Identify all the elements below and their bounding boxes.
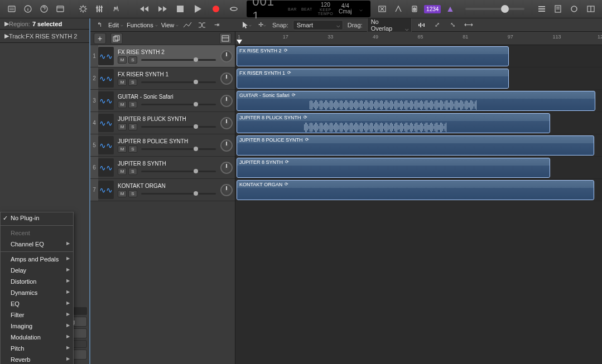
rewind-button[interactable] bbox=[136, 2, 153, 16]
track-info-bar[interactable]: ▶ Track: FX RISE SYNTH 2 bbox=[0, 30, 89, 43]
track-header[interactable]: 2 ∿∿ FX RISER SYNTH 1 M S bbox=[90, 67, 235, 90]
play-button[interactable] bbox=[190, 2, 206, 16]
pan-knob[interactable] bbox=[220, 95, 233, 107]
lcd-dropdown-icon[interactable]: ⌵ bbox=[357, 6, 365, 12]
menu-category[interactable]: EQ bbox=[1, 298, 73, 309]
mute-button[interactable]: M bbox=[118, 123, 127, 130]
menu-no-plugin[interactable]: No Plug-in bbox=[1, 212, 73, 224]
mute-button[interactable]: M bbox=[118, 190, 127, 197]
pan-knob[interactable] bbox=[220, 50, 233, 62]
volume-slider[interactable] bbox=[141, 59, 216, 61]
back-icon[interactable]: ↰ bbox=[94, 20, 105, 30]
master-volume-slider[interactable] bbox=[465, 8, 525, 10]
pan-knob[interactable] bbox=[220, 139, 233, 152]
flex-icon[interactable] bbox=[196, 20, 208, 30]
view-menu[interactable]: View⌵ bbox=[161, 22, 179, 28]
catch-icon[interactable]: ⇥ bbox=[211, 20, 222, 30]
menu-category[interactable]: Amps and Pedals bbox=[1, 254, 73, 265]
library-icon[interactable] bbox=[4, 2, 18, 16]
solo-icon[interactable]: S bbox=[408, 2, 422, 16]
waveform-zoom-icon[interactable] bbox=[416, 20, 427, 30]
mixer-icon[interactable] bbox=[93, 2, 107, 16]
pan-knob[interactable] bbox=[220, 162, 233, 174]
disclosure-icon[interactable]: ▶ bbox=[4, 32, 9, 40]
menu-category[interactable]: Pitch bbox=[1, 343, 73, 354]
track-type-icon[interactable]: ∿∿ bbox=[98, 91, 114, 110]
replace-icon[interactable] bbox=[375, 2, 389, 16]
region[interactable]: FX RISER SYNTH 1⟳ bbox=[237, 69, 509, 89]
tempo-value[interactable]: 120 bbox=[321, 2, 330, 8]
snap-select[interactable]: Smart bbox=[293, 20, 343, 30]
pan-knob[interactable] bbox=[220, 184, 233, 196]
track-type-icon[interactable]: ∿∿ bbox=[98, 181, 114, 199]
solo-button[interactable]: S bbox=[128, 190, 137, 197]
pan-knob[interactable] bbox=[220, 72, 233, 85]
track-header[interactable]: 1 ∿∿ FX RISE SYNTH 2 M S bbox=[90, 45, 235, 67]
solo-button[interactable]: S bbox=[128, 101, 137, 108]
region[interactable]: JUPITER 8 SYNTH⟳ bbox=[237, 158, 550, 178]
count-in-button[interactable]: 1234 bbox=[424, 5, 441, 13]
list-editors-icon[interactable] bbox=[534, 2, 548, 16]
solo-button[interactable]: S bbox=[128, 79, 137, 86]
tuner-icon[interactable]: ▲ bbox=[443, 2, 457, 16]
marquee-tool-icon[interactable]: ✛⌵ bbox=[257, 20, 268, 30]
track-header[interactable]: 6 ∿∿ JUPITER 8 SYNTH M S bbox=[90, 157, 235, 179]
track-type-icon[interactable]: ∿∿ bbox=[98, 69, 114, 88]
volume-slider[interactable] bbox=[141, 104, 216, 105]
solo-button[interactable]: S bbox=[128, 168, 137, 175]
browsers-icon[interactable] bbox=[584, 2, 598, 16]
region[interactable]: GUITAR - Sonic Safari⟳ bbox=[237, 91, 595, 111]
menu-category[interactable]: Reverb bbox=[1, 354, 73, 364]
zoom-slider-icon[interactable]: ⟷ bbox=[463, 20, 474, 30]
editors-icon[interactable] bbox=[109, 2, 123, 16]
inspector-icon[interactable] bbox=[21, 2, 35, 16]
solo-button[interactable]: S bbox=[128, 56, 137, 64]
volume-slider[interactable] bbox=[141, 171, 216, 172]
global-tracks-button[interactable] bbox=[219, 33, 232, 44]
edit-menu[interactable]: Edit⌵ bbox=[108, 22, 123, 28]
mute-button[interactable]: M bbox=[118, 168, 127, 175]
track-header[interactable]: 4 ∿∿ JUPITER 8 PLUCK SYNTH M S bbox=[90, 112, 235, 134]
toolbar-toggle-icon[interactable] bbox=[54, 2, 68, 16]
menu-category[interactable]: Delay bbox=[1, 265, 73, 276]
region-info-bar[interactable]: ▶ Region: 7 selected bbox=[0, 18, 89, 30]
track-header[interactable]: 5 ∿∿ JUPITER 8 POLICE SYNTH M S bbox=[90, 134, 235, 157]
menu-channel-eq[interactable]: Channel EQ bbox=[1, 239, 73, 250]
track-type-icon[interactable]: ∿∿ bbox=[98, 114, 114, 132]
forward-button[interactable] bbox=[154, 2, 171, 16]
automation-icon[interactable] bbox=[182, 20, 193, 30]
pan-knob[interactable] bbox=[220, 117, 233, 129]
disclosure-icon[interactable]: ▶ bbox=[4, 20, 9, 27]
ruler[interactable]: 1173349658197113129 bbox=[235, 32, 602, 45]
region[interactable]: JUPITER 8 POLICE SYNTH⟳ bbox=[237, 135, 594, 156]
solo-button[interactable]: S bbox=[128, 123, 137, 130]
track-type-icon[interactable]: ∿∿ bbox=[98, 47, 114, 65]
lcd-display[interactable]: 001 1 BAR BEAT 120 KEEP TEMPO 4/4 Cmaj ⌵ bbox=[247, 1, 370, 17]
loops-icon[interactable] bbox=[567, 2, 581, 16]
quickhelp-icon[interactable] bbox=[37, 2, 51, 16]
key-signature[interactable]: Cmaj bbox=[339, 9, 351, 14]
region[interactable]: FX RISE SYNTH 2⟳ bbox=[237, 46, 509, 66]
menu-category[interactable]: Filter bbox=[1, 309, 73, 321]
autopunch-icon[interactable] bbox=[392, 2, 406, 16]
track-type-icon[interactable]: ∿∿ bbox=[98, 136, 114, 154]
smart-controls-icon[interactable] bbox=[76, 2, 90, 16]
record-button[interactable] bbox=[208, 2, 224, 16]
region[interactable]: KONTAKT ORGAN⟳ bbox=[237, 180, 594, 200]
playhead-icon[interactable] bbox=[237, 40, 242, 44]
volume-slider[interactable] bbox=[141, 193, 216, 195]
drag-select[interactable]: No Overlap bbox=[367, 18, 412, 33]
menu-category[interactable]: Imaging bbox=[1, 321, 73, 332]
vertical-zoom-icon[interactable]: ⤢ bbox=[432, 20, 443, 30]
add-track-button[interactable]: + bbox=[94, 33, 106, 44]
mute-button[interactable]: M bbox=[118, 79, 127, 86]
volume-slider[interactable] bbox=[141, 148, 216, 150]
track-header[interactable]: 7 ∿∿ KONTAKT ORGAN M S bbox=[90, 179, 235, 201]
volume-slider[interactable] bbox=[141, 81, 216, 83]
solo-button[interactable]: S bbox=[128, 145, 137, 153]
region[interactable]: JUPITER 8 PLUCK SYNTH⟳ bbox=[237, 113, 550, 133]
mute-button[interactable]: M bbox=[118, 101, 127, 108]
mute-button[interactable]: M bbox=[118, 56, 127, 64]
notepad-icon[interactable] bbox=[551, 2, 565, 16]
menu-category[interactable]: Distortion bbox=[1, 276, 73, 287]
